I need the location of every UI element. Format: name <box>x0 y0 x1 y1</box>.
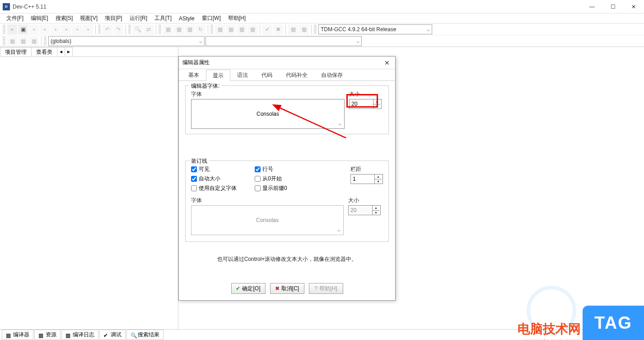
grip-icon <box>159 25 161 34</box>
grip-icon <box>3 37 5 46</box>
stop-button[interactable]: ▦ <box>226 24 236 34</box>
grip-icon <box>98 25 101 34</box>
menu-astyle[interactable]: AStyle <box>175 14 198 23</box>
help-icon: ? <box>314 285 317 292</box>
dialog-tabs: 基本 显示 语法 代码 代码补全 自动保存 <box>179 69 395 81</box>
editor-font-size-input[interactable] <box>350 101 373 107</box>
spinner-arrows[interactable]: ▲▼ <box>373 99 380 109</box>
menu-tools[interactable]: 工具[T] <box>151 14 175 23</box>
editor-font-size-spinner[interactable]: ▲▼ <box>349 99 382 109</box>
profile-button[interactable]: ▦ <box>288 24 298 34</box>
cb-autosize[interactable]: 自动大小 <box>191 175 237 183</box>
app-title: Dev-C++ 5.11 <box>13 4 47 10</box>
cb-visible[interactable]: 可见 <box>191 165 237 173</box>
replace-button[interactable]: ⇄ <box>144 24 154 34</box>
saveas-button[interactable]: ▪ <box>51 24 61 34</box>
tab-debug[interactable]: ✔调试 <box>99 330 126 340</box>
menu-project[interactable]: 项目[P] <box>101 14 126 23</box>
redo-button[interactable]: ↷ <box>113 24 123 34</box>
tab-scroll-left[interactable]: ◂ <box>57 47 65 57</box>
tab-project[interactable]: 项目管理 <box>0 47 32 57</box>
tab-compiler[interactable]: ▦编译器 <box>2 330 33 340</box>
cb-line-number[interactable]: 行号 <box>255 165 287 173</box>
open-button[interactable]: ▣ <box>18 24 28 34</box>
gutter-font-label: 字体 <box>191 197 344 204</box>
menu-search[interactable]: 搜索[S] <box>52 14 77 23</box>
cb-custom-font[interactable]: 使用自定义字体 <box>191 184 237 192</box>
debug-button[interactable]: ▦ <box>215 24 225 34</box>
cb-prefix-zero[interactable]: 显示前缀0 <box>255 184 287 192</box>
menu-view[interactable]: 视图[V] <box>76 14 101 23</box>
closeall-button[interactable]: ▪ <box>72 24 82 34</box>
resources-icon: ▦ <box>38 332 44 338</box>
window-controls: ― ☐ ✕ <box>582 0 644 14</box>
grip-icon <box>3 25 5 34</box>
stepover-button[interactable]: ▦ <box>247 24 257 34</box>
tab-syntax[interactable]: 语法 <box>230 69 255 80</box>
tab-completion[interactable]: 代码补全 <box>279 69 314 80</box>
x-button[interactable]: ✖ <box>273 24 283 34</box>
compiler-selector[interactable]: TDM-GCC 4.9.2 64-bit Release <box>318 24 432 34</box>
separator <box>41 37 42 46</box>
dialog-body: 编辑器字体: 字体 Consolas 大小 ▲▼ <box>179 81 395 283</box>
compiler-icon: ▦ <box>6 332 11 338</box>
help-button[interactable]: ?帮助[H] <box>309 283 343 294</box>
tab-compile-log[interactable]: ▦编译日志 <box>61 330 98 340</box>
nav-bookmark-button[interactable]: ▦ <box>29 36 39 46</box>
check-button[interactable]: ✔ <box>262 24 272 34</box>
tab-code[interactable]: 代码 <box>255 69 279 80</box>
scope-selector[interactable]: (globals) <box>48 36 205 46</box>
tab-autosave[interactable]: 自动保存 <box>314 69 350 80</box>
ok-button[interactable]: ✔确定[O] <box>231 283 266 294</box>
menu-window[interactable]: 窗口[W] <box>198 14 224 23</box>
undo-button[interactable]: ↶ <box>103 24 112 34</box>
spinner-arrows[interactable]: ▲▼ <box>374 175 382 184</box>
separator <box>156 25 156 34</box>
save-button[interactable]: ▪ <box>29 24 39 34</box>
saveall-button[interactable]: ▪ <box>40 24 50 34</box>
gutter-font-size-input <box>349 207 372 213</box>
compile-run-button[interactable]: ▦ <box>185 24 195 34</box>
grip-icon <box>44 37 47 46</box>
member-selector[interactable] <box>205 36 362 46</box>
nav-back-button[interactable]: ▦ <box>7 36 17 46</box>
close-file-button[interactable]: ▪ <box>61 24 71 34</box>
cb-start-zero[interactable]: 从0开始 <box>255 175 287 183</box>
menu-file[interactable]: 文件[F] <box>3 14 27 23</box>
tab-search-results[interactable]: 🔍搜索结果 <box>126 330 163 340</box>
gutter-spacing-input[interactable] <box>351 176 374 182</box>
menu-run[interactable]: 运行[R] <box>126 14 151 23</box>
maximize-button[interactable]: ☐ <box>602 0 623 14</box>
tab-resources[interactable]: ▦资源 <box>34 330 61 340</box>
compile-button[interactable]: ▦ <box>163 24 173 34</box>
search-icon: 🔍 <box>131 332 136 338</box>
minimize-button[interactable]: ― <box>582 0 602 14</box>
dialog-buttons: ✔确定[O] ✖取消[C] ?帮助[H] <box>179 283 395 300</box>
menu-help[interactable]: 帮助[H] <box>224 14 249 23</box>
close-button[interactable]: ✕ <box>623 0 644 14</box>
editor-font-selector[interactable]: Consolas <box>191 99 345 129</box>
tab-scroll-right[interactable]: ▸ <box>65 47 73 57</box>
spacing-label: 栏距 <box>350 165 383 173</box>
find-button[interactable]: 🔍 <box>133 24 143 34</box>
rebuild-button[interactable]: ↻ <box>196 24 205 34</box>
toolbar-2: ▦ ▦ ▦ (globals) <box>0 35 644 47</box>
tab-basic[interactable]: 基本 <box>182 69 206 80</box>
tab-display[interactable]: 显示 <box>206 70 230 81</box>
tab-classes[interactable]: 查看类 <box>31 47 57 57</box>
separator <box>260 25 260 34</box>
log-icon: ▦ <box>65 332 71 338</box>
run-button[interactable]: ▦ <box>174 24 184 34</box>
menu-edit[interactable]: 编辑[E] <box>27 14 52 23</box>
new-file-button[interactable]: ▫ <box>7 24 17 34</box>
nav-fwd-button[interactable]: ▦ <box>18 36 28 46</box>
gutter-legend: 装订线 <box>189 157 209 165</box>
dialog-close-button[interactable]: ✕ <box>383 59 392 66</box>
cancel-button[interactable]: ✖取消[C] <box>270 283 304 294</box>
step-button[interactable]: ▦ <box>237 24 247 34</box>
print-button[interactable]: ▪ <box>83 24 93 34</box>
clean-button[interactable]: ▦ <box>299 24 309 34</box>
grip-icon <box>210 25 213 34</box>
titlebar: D Dev-C++ 5.11 ― ☐ ✕ <box>0 0 644 14</box>
gutter-spacing-spinner[interactable]: ▲▼ <box>350 174 383 184</box>
